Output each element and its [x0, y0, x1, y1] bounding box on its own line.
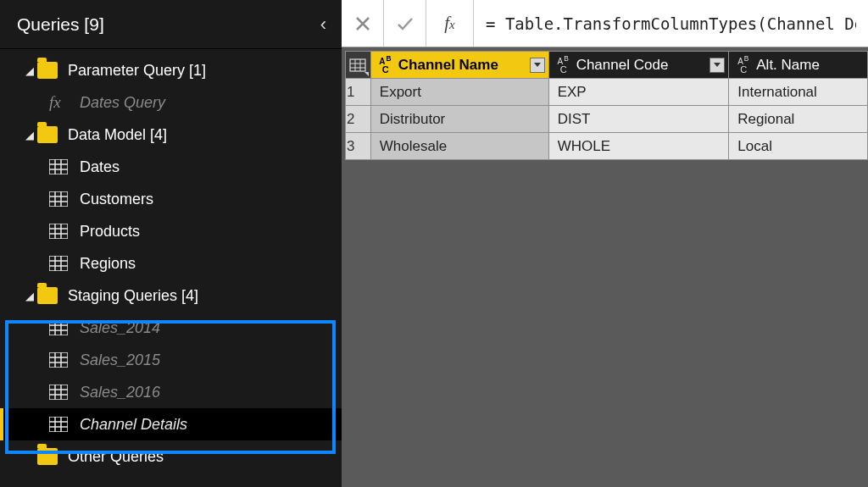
column-channel-code[interactable]: ABC Channel Code: [548, 52, 729, 79]
svg-rect-20: [49, 320, 68, 335]
cell[interactable]: Local: [729, 133, 868, 160]
query-regions[interactable]: Regions: [0, 247, 342, 279]
table-icon: [49, 159, 68, 174]
query-label: Sales_2015: [80, 351, 160, 369]
table-icon: [49, 385, 68, 400]
type-text-icon: ABC: [378, 55, 393, 74]
query-label: Dates: [80, 158, 120, 176]
group-label: Staging Queries [4]: [68, 287, 198, 305]
caret-icon[interactable]: ◢: [22, 290, 37, 302]
folder-icon: [37, 287, 58, 304]
fx-icon: fx: [444, 13, 455, 34]
queries-header: Queries [9] ‹: [0, 0, 342, 49]
query-label: Dates Query: [80, 94, 165, 112]
data-grid: ABC Channel Name ABC Channel Code: [342, 47, 868, 160]
svg-rect-5: [49, 191, 68, 207]
group-parameter-query[interactable]: ◢ Parameter Query [1]: [0, 54, 342, 86]
row-number[interactable]: 3: [346, 133, 371, 160]
query-customers[interactable]: Customers: [0, 183, 342, 215]
query-channel-details[interactable]: Channel Details: [0, 408, 342, 440]
column-label: Channel Code: [576, 57, 705, 74]
svg-rect-10: [49, 224, 68, 239]
type-text-icon: ABC: [556, 55, 571, 74]
queries-panel: Queries [9] ‹ ◢ Parameter Query [1] fx D…: [0, 0, 342, 487]
query-products[interactable]: Products: [0, 215, 342, 247]
confirm-button[interactable]: [384, 0, 426, 47]
editor-panel: fx ABC Channel Name: [342, 0, 868, 487]
check-icon: [396, 15, 415, 32]
table-icon: [49, 352, 68, 368]
column-label: Alt. Name: [756, 57, 864, 74]
dropdown-icon: [364, 72, 369, 76]
caret-icon[interactable]: ◢: [22, 129, 37, 141]
table-icon: [49, 320, 68, 335]
group-label: Other Queries: [68, 448, 164, 466]
row-number[interactable]: 2: [346, 106, 371, 133]
group-label: Data Model [4]: [68, 126, 167, 144]
cell[interactable]: EXP: [548, 79, 729, 106]
query-label: Sales_2014: [80, 319, 160, 337]
queries-title: Queries [9]: [17, 14, 104, 35]
query-label: Channel Details: [80, 416, 187, 434]
queries-tree: ◢ Parameter Query [1] fx Dates Query ◢ D…: [0, 49, 342, 473]
column-alt-name[interactable]: ABC Alt. Name: [729, 52, 868, 79]
folder-icon: [37, 448, 58, 465]
table-row[interactable]: 1 Export EXP International: [346, 79, 868, 106]
query-label: Regions: [80, 255, 136, 273]
svg-rect-35: [49, 417, 68, 432]
formula-input[interactable]: [474, 0, 868, 47]
column-label: Channel Name: [398, 57, 525, 74]
svg-rect-15: [49, 256, 68, 271]
table-icon: [49, 417, 68, 432]
cell[interactable]: WHOLE: [548, 133, 729, 160]
cell[interactable]: Wholesale: [370, 133, 548, 160]
cell[interactable]: Distributor: [370, 106, 548, 133]
fx-icon: fx: [49, 93, 75, 112]
group-other-queries[interactable]: ◢ Other Queries: [0, 440, 342, 473]
query-label: Sales_2016: [80, 384, 160, 401]
filter-dropdown-icon[interactable]: [530, 58, 545, 73]
close-icon: [354, 15, 371, 32]
svg-rect-0: [49, 159, 68, 174]
query-label: Products: [80, 223, 140, 241]
cell[interactable]: DIST: [548, 106, 729, 133]
query-sales-2015[interactable]: Sales_2015: [0, 344, 342, 376]
caret-icon[interactable]: ◢: [22, 64, 37, 77]
table-icon: [49, 256, 68, 271]
table-icon: [49, 224, 68, 239]
table-row[interactable]: 2 Distributor DIST Regional: [346, 106, 868, 133]
type-text-icon: ABC: [736, 55, 751, 74]
folder-icon: [37, 62, 58, 79]
filter-dropdown-icon[interactable]: [709, 58, 725, 73]
svg-rect-30: [49, 385, 68, 400]
collapse-icon[interactable]: ‹: [320, 14, 326, 36]
query-sales-2016[interactable]: Sales_2016: [0, 376, 342, 408]
cell[interactable]: International: [729, 79, 868, 106]
row-number[interactable]: 1: [346, 79, 371, 106]
query-label: Customers: [80, 191, 153, 208]
fx-button[interactable]: fx: [426, 0, 474, 47]
table-corner[interactable]: [346, 52, 371, 79]
table-row[interactable]: 3 Wholesale WHOLE Local: [346, 133, 868, 160]
table-icon: [49, 191, 68, 207]
column-channel-name[interactable]: ABC Channel Name: [370, 52, 548, 79]
svg-rect-25: [49, 352, 68, 368]
query-sales-2014[interactable]: Sales_2014: [0, 312, 342, 344]
svg-rect-42: [350, 59, 365, 71]
folder-icon: [37, 126, 58, 143]
formula-bar: fx: [342, 0, 868, 47]
group-data-model[interactable]: ◢ Data Model [4]: [0, 119, 342, 151]
group-staging-queries[interactable]: ◢ Staging Queries [4]: [0, 279, 342, 312]
cell[interactable]: Regional: [729, 106, 868, 133]
cell[interactable]: Export: [370, 79, 548, 106]
query-dates-query[interactable]: fx Dates Query: [0, 86, 342, 119]
group-label: Parameter Query [1]: [68, 62, 206, 80]
query-dates[interactable]: Dates: [0, 151, 342, 183]
cancel-button[interactable]: [342, 0, 384, 47]
